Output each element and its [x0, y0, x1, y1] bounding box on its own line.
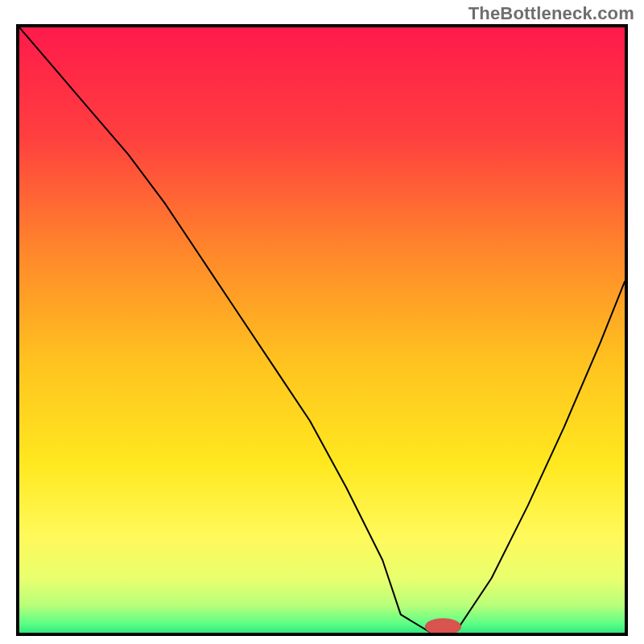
bottleneck-curve-path: [19, 27, 625, 633]
plot-frame: [16, 24, 628, 636]
optimum-marker: [425, 618, 461, 633]
chart-stage: TheBottleneck.com: [0, 0, 644, 644]
curve-overlay: [19, 27, 625, 633]
watermark-text: TheBottleneck.com: [469, 3, 634, 24]
